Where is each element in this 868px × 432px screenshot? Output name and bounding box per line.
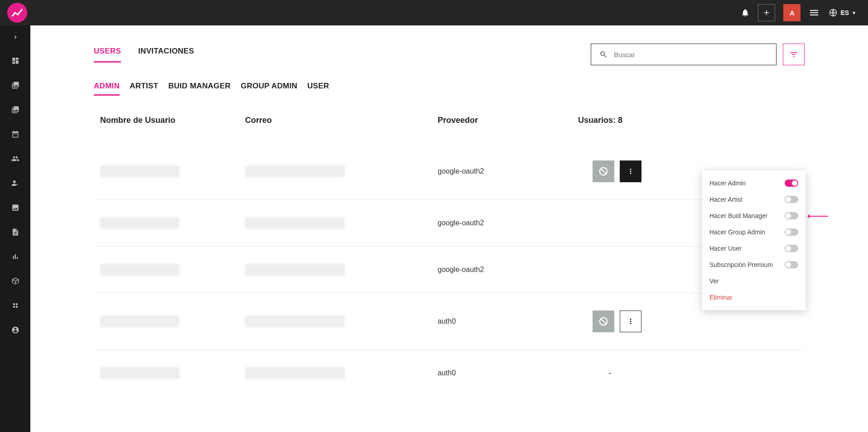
table-row: auth0 (94, 293, 805, 350)
logo[interactable] (7, 3, 27, 23)
avatar-letter: A (790, 9, 795, 17)
subtab-artist[interactable]: ARTIST (130, 82, 158, 96)
dropdown-make-group-admin[interactable]: Hacer Group Admin (702, 224, 805, 240)
dropdown-make-artist-label: Hacer Artist (709, 196, 742, 203)
svg-point-2 (15, 303, 18, 306)
dropdown-make-admin-label: Hacer Admin (709, 180, 746, 187)
sidebar-calendar[interactable] (10, 129, 21, 140)
apps-icon (11, 301, 19, 310)
sidebar-gallery[interactable] (10, 104, 21, 115)
dropdown-make-artist[interactable]: Hacer Artist (702, 191, 805, 208)
dropdown-make-buid-manager[interactable]: Hacer Buid Manager (702, 208, 805, 224)
bell-icon (741, 8, 750, 17)
table-row: google-oauth2 Hacer Admin Hacer Artist H… (94, 143, 805, 200)
svg-point-8 (630, 173, 632, 174)
header-username: Nombre de Usuario (100, 116, 245, 125)
chevron-right-icon (12, 34, 19, 40)
dropdown-premium[interactable]: Subscripción Premium (702, 257, 805, 273)
dashboard-icon (11, 57, 19, 65)
header-email: Correo (245, 116, 438, 125)
toggle-artist[interactable] (785, 196, 798, 203)
table-row: google-oauth2 (94, 200, 805, 247)
block-button[interactable] (593, 160, 614, 182)
subtab-group-admin[interactable]: GROUP ADMIN (241, 82, 297, 96)
sidebar-dashboard[interactable] (10, 55, 21, 66)
language-selector[interactable]: ES ▼ (829, 8, 856, 17)
sidebar-expand[interactable] (10, 32, 21, 43)
filter-button[interactable] (783, 44, 805, 65)
sidebar-users[interactable] (10, 153, 21, 164)
menu-button[interactable] (809, 7, 820, 18)
subtab-admin[interactable]: ADMIN (94, 82, 120, 96)
dropdown-make-user-label: Hacer User (709, 245, 742, 252)
svg-point-11 (630, 321, 632, 322)
more-vert-icon (627, 167, 635, 175)
cell-provider: google-oauth2 (438, 219, 578, 227)
subtab-user-label: USER (307, 82, 329, 90)
toggle-admin[interactable] (785, 180, 798, 187)
redacted-username (100, 367, 179, 379)
toggle-group-admin[interactable] (785, 228, 798, 236)
table-row: auth0 - (94, 350, 805, 396)
table-header: Nombre de Usuario Correo Proveedor Usuar… (94, 116, 805, 125)
svg-point-4 (15, 306, 18, 308)
subtab-buid-manager-label: BUID MANAGER (168, 82, 231, 90)
redacted-email (245, 316, 345, 327)
sidebar-account[interactable] (10, 325, 21, 335)
sidebar-stats[interactable] (10, 251, 21, 262)
annotation-arrow (808, 216, 828, 217)
redacted-email (245, 217, 345, 229)
dropdown-make-user[interactable]: Hacer User (702, 240, 805, 257)
account-icon (11, 326, 19, 334)
logo-chart-icon (11, 6, 24, 19)
images-icon (11, 81, 19, 89)
redacted-username (100, 316, 179, 327)
toggle-buid-manager[interactable] (785, 212, 798, 219)
dropdown-view[interactable]: Ver (702, 273, 805, 289)
sidebar-images[interactable] (10, 80, 21, 91)
sidebar-validate[interactable] (10, 178, 21, 189)
block-icon (598, 316, 608, 326)
dropdown-make-admin[interactable]: Hacer Admin (702, 175, 805, 191)
sidebar-document[interactable] (10, 227, 21, 238)
sidebar-cube[interactable] (10, 276, 21, 286)
tab-users-label: USERS (94, 47, 121, 55)
collections-icon (11, 106, 19, 114)
dropdown-premium-label: Subscripción Premium (709, 261, 773, 268)
avatar[interactable]: A (783, 4, 800, 21)
group-icon (11, 155, 19, 163)
tab-invitations[interactable]: INVITACIONES (138, 47, 194, 63)
search-input[interactable] (614, 51, 768, 58)
subtab-group-admin-label: GROUP ADMIN (241, 82, 297, 90)
cube-icon (11, 277, 19, 285)
notifications-button[interactable] (741, 8, 750, 17)
add-button[interactable] (758, 4, 775, 21)
tab-invitations-label: INVITACIONES (138, 47, 194, 55)
search-icon (599, 50, 608, 58)
bar-chart-icon (11, 252, 19, 261)
more-button[interactable] (620, 160, 641, 182)
block-icon (598, 166, 608, 176)
document-icon (11, 228, 19, 236)
header-count: Usuarios: 8 (578, 116, 798, 125)
cell-provider: google-oauth2 (438, 167, 578, 175)
search-box[interactable] (591, 44, 776, 65)
row-actions-dropdown: Hacer Admin Hacer Artist Hacer Buid Mana… (702, 170, 805, 310)
toggle-user[interactable] (785, 245, 798, 252)
dropdown-delete[interactable]: Eliminar (702, 289, 805, 306)
block-button[interactable] (593, 311, 614, 332)
language-label: ES (840, 9, 849, 16)
subtab-buid-manager[interactable]: BUID MANAGER (168, 82, 231, 96)
svg-point-6 (630, 169, 632, 170)
topbar: A ES ▼ (0, 0, 868, 25)
subtab-user[interactable]: USER (307, 82, 329, 96)
dropdown-delete-label: Eliminar (709, 294, 733, 301)
more-button[interactable] (620, 311, 641, 332)
sidebar-media[interactable] (10, 202, 21, 213)
svg-point-10 (630, 319, 632, 320)
sidebar-apps[interactable] (10, 300, 21, 311)
filter-icon (789, 50, 798, 59)
tab-users[interactable]: USERS (94, 47, 121, 63)
toggle-premium[interactable] (785, 261, 798, 268)
globe-icon (829, 8, 838, 17)
